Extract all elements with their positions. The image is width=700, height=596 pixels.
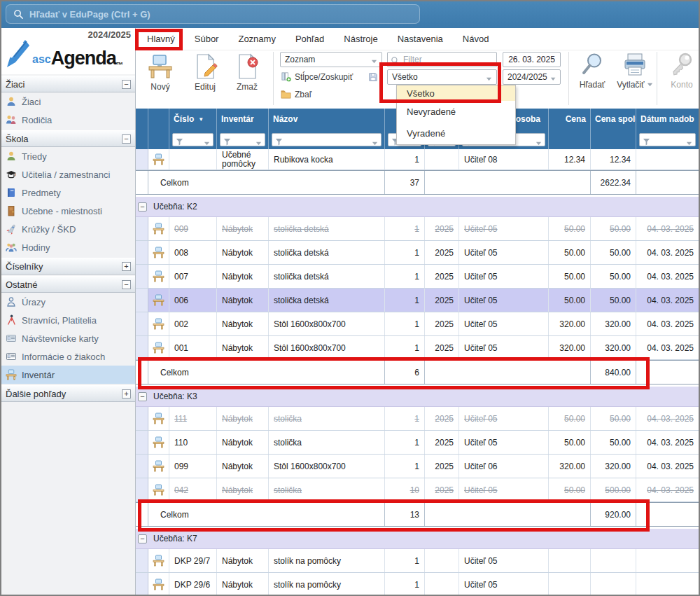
cell-cena: 50.00 bbox=[549, 431, 591, 454]
sidebar-item-inventar[interactable]: Inventár bbox=[0, 366, 135, 384]
sidebar-section-skola[interactable]: Škola− bbox=[0, 130, 135, 147]
row-gutter bbox=[136, 265, 148, 288]
cell-value: Nábytok bbox=[222, 580, 253, 590]
sidebar-item-informacie-o-ziakoch[interactable]: Informácie o žiakoch bbox=[0, 347, 135, 366]
status-dropdown[interactable]: Všetko bbox=[387, 69, 497, 85]
table-row[interactable]: Učebné pomôckyRubikova kocka1Učiteľ 0812… bbox=[136, 149, 700, 170]
table-row[interactable]: 002NábytokStôl 1600x800x70012025Učiteľ 0… bbox=[136, 312, 700, 336]
expand-toggle-icon[interactable]: + bbox=[122, 389, 131, 399]
cell-value: 04. 03. 2025 bbox=[647, 438, 694, 448]
list-dropdown[interactable]: Zoznam bbox=[280, 52, 382, 67]
table-row[interactable]: 099NábytokStôl 1600x800x70012025Učiteľ 0… bbox=[136, 455, 700, 478]
column-header-empty[interactable] bbox=[148, 109, 169, 130]
column-filter-cislo[interactable] bbox=[172, 133, 214, 146]
new-button[interactable]: Nový bbox=[140, 53, 181, 92]
sidebar-section-ostatne[interactable]: Ostatné− bbox=[0, 276, 135, 293]
table-row[interactable]: 006Nábytokstolička detská12025Učiteľ 055… bbox=[136, 289, 700, 312]
menu-item-pohlad[interactable]: Pohľad bbox=[286, 28, 334, 50]
cell-value: Nábytok bbox=[222, 414, 253, 424]
chevron-down-icon[interactable] bbox=[647, 81, 653, 88]
column-header-cena[interactable]: Cena bbox=[549, 109, 591, 130]
columns-group-button[interactable]: Stĺpce/Zoskupiť bbox=[281, 71, 353, 82]
cell-cislo: 099 bbox=[169, 455, 217, 478]
table-row[interactable]: 008Nábytokstolička detská12025Učiteľ 055… bbox=[136, 241, 700, 265]
table-row[interactable]: 110Nábytokstolička12025Učiteľ 0550.0050.… bbox=[136, 431, 700, 455]
collapse-toggle-icon[interactable]: − bbox=[122, 80, 131, 89]
sidebar-item-ucebne-miestnosti[interactable]: Učebne - miestnosti bbox=[0, 202, 135, 220]
account-button[interactable]: Konto bbox=[662, 52, 700, 90]
sidebar-item-urazy[interactable]: Úrazy bbox=[0, 293, 135, 311]
cell-rok: 2025 bbox=[425, 431, 459, 454]
table-row[interactable]: 111Nábytokstolička12025Učiteľ 0550.0050.… bbox=[136, 407, 700, 431]
sidebar-section-dalsie-pohlady[interactable]: Ďalšie pohľady+ bbox=[0, 385, 135, 402]
cell-value: 2025 bbox=[435, 343, 454, 353]
dropdown-option-vsetko[interactable]: Všetko bbox=[397, 85, 515, 101]
cell-osoba: Učiteľ 05 bbox=[459, 407, 549, 430]
dropdown-option-vyradene[interactable]: Vyradené bbox=[397, 123, 515, 144]
table-row[interactable]: 001NábytokStôl 1600x800x70012025Učiteľ 0… bbox=[136, 336, 700, 360]
cell-value: Učiteľ 05 bbox=[464, 485, 498, 495]
cell-osoba: Učiteľ 05 bbox=[459, 217, 549, 240]
column-filter-nazov[interactable] bbox=[272, 133, 382, 146]
column-header-nazov[interactable]: Názov bbox=[269, 109, 385, 130]
sidebar-section-ziaci[interactable]: Žiaci− bbox=[0, 76, 135, 92]
table-row[interactable]: 007Nábytokstolička detská12025Učiteľ 055… bbox=[136, 265, 700, 289]
column-header-empty[interactable] bbox=[136, 109, 148, 130]
delete-button[interactable]: Zmaž bbox=[227, 53, 267, 92]
menu-item-hlavny[interactable]: Hlavný bbox=[137, 28, 185, 50]
filter-input[interactable] bbox=[387, 52, 497, 67]
group-collapse-icon[interactable]: − bbox=[138, 534, 147, 543]
menu-item-navod[interactable]: Návod bbox=[453, 28, 499, 50]
expand-toggle-icon[interactable]: + bbox=[122, 262, 131, 271]
edupage-search-input[interactable] bbox=[29, 9, 412, 20]
cell-rok bbox=[425, 573, 459, 596]
sidebar-item-navstevnicke-karty[interactable]: Návštevnícke karty bbox=[0, 329, 135, 347]
edit-button[interactable]: Edituj bbox=[185, 53, 225, 92]
column-filter-datum-nadob[interactable] bbox=[639, 133, 696, 146]
column-header-datum-nadob[interactable]: Dátum nadob bbox=[636, 109, 699, 130]
column-header-cislo[interactable]: Číslo▼ bbox=[169, 109, 217, 130]
collapse-toggle-icon[interactable]: − bbox=[122, 134, 131, 144]
sidebar-item-ziaci[interactable]: Žiaci bbox=[0, 92, 135, 111]
sidebar-item-kruzky-skd[interactable]: Krúžky / ŠKD bbox=[0, 220, 135, 238]
table-row[interactable]: DKP 29/7Nábytokstolík na pomôcky1Učiteľ … bbox=[136, 549, 700, 573]
edupage-search[interactable] bbox=[6, 4, 420, 24]
table-row[interactable]: DKP 29/6Nábytokstolík na pomôcky1Učiteľ … bbox=[136, 573, 700, 596]
cell-value: 320.00 bbox=[605, 462, 631, 471]
cell-value: 2025 bbox=[435, 224, 454, 234]
sidebar-item-ucitelia-zamestnanci[interactable]: Učitelia / zamestnanci bbox=[0, 165, 135, 183]
sidebar-item-stravnici-platitelia[interactable]: Stravníci, Platitelia bbox=[0, 311, 135, 329]
group-collapse-icon[interactable]: − bbox=[138, 392, 147, 401]
column-filter-inventar[interactable] bbox=[220, 133, 265, 146]
cell-value: 1 bbox=[414, 438, 419, 448]
filter-cell bbox=[136, 130, 148, 149]
menu-item-nastroje[interactable]: Nástroje bbox=[334, 28, 387, 50]
sidebar-item-triedy[interactable]: Triedy bbox=[0, 147, 135, 165]
menu-item-nastavenia[interactable]: Nastavenia bbox=[388, 28, 453, 50]
sidebar-item-predmety[interactable]: Predmety bbox=[0, 183, 135, 202]
cell-value: 50.00 bbox=[564, 248, 585, 258]
print-button[interactable]: Vytlačiť bbox=[613, 52, 657, 90]
desk-icon bbox=[153, 318, 164, 330]
desk-icon bbox=[153, 460, 164, 472]
date-field[interactable]: 26. 03. 2025 bbox=[503, 52, 561, 67]
collapse-toggle-icon[interactable]: − bbox=[122, 280, 131, 289]
dropdown-option-nevyradene[interactable]: Nevyradené bbox=[397, 101, 515, 123]
table-row[interactable]: 042Nábytokstolička102025Učiteľ 0550.0050… bbox=[136, 478, 700, 502]
sidebar-section-ciselniky[interactable]: Číselníky+ bbox=[0, 258, 135, 275]
menu-item-zoznamy[interactable]: Zoznamy bbox=[228, 28, 285, 50]
table-row[interactable]: 009Nábytokstolička detská12025Učiteľ 055… bbox=[136, 217, 700, 241]
save-icon[interactable] bbox=[368, 72, 378, 82]
column-header-inventar[interactable]: Inventár bbox=[217, 109, 269, 130]
row-icon-cell bbox=[148, 289, 169, 312]
desk-icon bbox=[153, 578, 164, 590]
collapse-button[interactable]: Zbaľ bbox=[281, 89, 312, 99]
search-button[interactable]: Hľadať bbox=[573, 52, 612, 90]
year-dropdown[interactable]: 2024/2025 bbox=[503, 69, 561, 85]
sidebar-item-rodicia[interactable]: Rodičia bbox=[0, 111, 135, 129]
column-header-cena-spolu[interactable]: Cena spolu bbox=[591, 109, 636, 130]
sidebar-item-hodiny[interactable]: Hodiny bbox=[0, 238, 135, 256]
menu-item-subor[interactable]: Súbor bbox=[185, 28, 229, 50]
row-gutter bbox=[136, 431, 148, 454]
group-collapse-icon[interactable]: − bbox=[138, 202, 147, 212]
